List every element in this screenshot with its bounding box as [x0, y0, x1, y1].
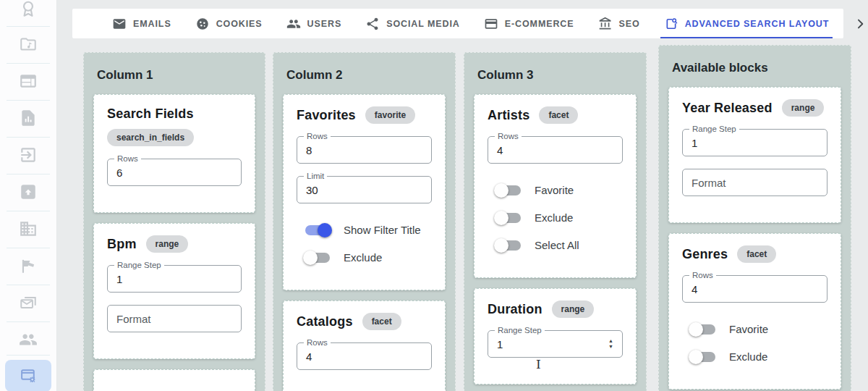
block-card-catalogs[interactable]: CatalogsfacetRows4: [283, 300, 446, 391]
block-card-artists[interactable]: ArtistsfacetRows4FavoriteExcludeSelect A…: [474, 94, 637, 278]
block-card-duration[interactable]: DurationrangeRange Step1▲▼: [474, 288, 637, 384]
switch-off[interactable]: [496, 185, 521, 196]
tab-label: SOCIAL MEDIA: [386, 19, 460, 29]
switch-off[interactable]: [496, 240, 521, 251]
sidebar-item-user-group[interactable]: [0, 329, 56, 350]
sidebar-item-upload[interactable]: [0, 182, 56, 202]
sidebar-item-award[interactable]: [0, 0, 56, 19]
input-format[interactable]: Format: [682, 169, 827, 196]
block-card-year-released[interactable]: Year ReleasedrangeRange Step1Format: [668, 87, 841, 223]
number-stepper[interactable]: ▲▼: [608, 338, 613, 350]
users-icon: [286, 17, 301, 31]
field-value: 6: [116, 167, 122, 179]
sidebar-item-enter[interactable]: [0, 145, 56, 165]
block-card-partial: [93, 369, 255, 391]
tab-label: USERS: [307, 19, 342, 29]
field-label: Rows: [304, 338, 331, 348]
field-label: Range Step: [495, 326, 545, 335]
input-rows[interactable]: Rows8: [297, 136, 432, 164]
tab-emails[interactable]: EMAILS: [112, 9, 171, 38]
panel-title: Column 1: [93, 53, 255, 94]
toggle-favorite[interactable]: Favorite: [496, 184, 623, 196]
input-format[interactable]: Format: [107, 305, 242, 332]
switch-off[interactable]: [691, 352, 715, 362]
toggle-show-filter-title[interactable]: Show Filter Title: [305, 224, 432, 236]
tab-cookies[interactable]: COOKIES: [195, 9, 263, 38]
panel-title: Column 3: [474, 53, 637, 94]
input-rows[interactable]: Rows4: [682, 275, 827, 303]
field-label: Range Step: [689, 125, 739, 134]
toggle-favorite[interactable]: Favorite: [691, 323, 827, 335]
input-limit[interactable]: Limit30: [297, 176, 432, 203]
sidebar-item-mail-stack[interactable]: [0, 293, 56, 313]
panel-available-blocks: Available blocksYear ReleasedrangeRange …: [658, 45, 851, 391]
toggle-exclude[interactable]: Exclude: [496, 211, 623, 224]
tab-e-commerce[interactable]: E-COMMERCE: [484, 9, 574, 38]
tab-social-media[interactable]: SOCIAL MEDIA: [365, 9, 460, 38]
block-title: Favorites: [297, 108, 356, 123]
input-rows[interactable]: Rows6: [107, 159, 242, 186]
sidebar-divider: [7, 26, 50, 27]
share-icon: [365, 17, 380, 31]
award-icon: [19, 0, 38, 18]
sidebar-divider: [7, 321, 50, 322]
input-range-step[interactable]: Range Step1: [107, 265, 242, 293]
input-range-step[interactable]: Range Step1▲▼: [488, 330, 623, 358]
browser-settings-icon: [19, 366, 38, 385]
tab-label: SEO: [619, 19, 640, 29]
toggle-exclude[interactable]: Exclude: [691, 350, 827, 363]
field-label: Rows: [114, 154, 141, 164]
input-rows[interactable]: Rows4: [297, 342, 432, 370]
sidebar-divider: [7, 211, 50, 211]
tab-label: COOKIES: [216, 19, 263, 29]
tab-label: ADVANCED SEARCH LAYOUT: [685, 19, 830, 29]
sidebar-item-web-layout[interactable]: [0, 71, 56, 91]
type-badge: facet: [362, 313, 401, 330]
switch-off[interactable]: [305, 253, 330, 263]
field-label: Rows: [304, 132, 331, 141]
tab-advanced-search-layout[interactable]: ADVANCED SEARCH LAYOUT: [664, 9, 830, 38]
block-card-bpm[interactable]: BpmrangeRange Step1Format: [93, 223, 255, 359]
block-card-genres[interactable]: GenresfacetRows4FavoriteExclude: [668, 233, 841, 390]
switch-thumb: [318, 223, 332, 237]
toggle-label: Favorite: [535, 184, 574, 196]
nav-scroll-right-button[interactable]: [853, 17, 867, 31]
sidebar-item-flag[interactable]: [0, 256, 56, 276]
sidebar-divider: [7, 63, 50, 64]
sidebar-item-building[interactable]: [0, 219, 56, 239]
panel-column-3: Column 3ArtistsfacetRows4FavoriteExclude…: [464, 52, 647, 391]
switch-thumb: [494, 238, 509, 253]
field-placeholder: Format: [116, 313, 151, 325]
toggle-exclude[interactable]: Exclude: [305, 251, 432, 264]
tab-users[interactable]: USERS: [286, 9, 342, 38]
toggle-select-all[interactable]: Select All: [496, 239, 623, 251]
bank-icon: [598, 17, 613, 31]
switch-off[interactable]: [691, 324, 715, 335]
sidebar-item-music-folder[interactable]: [0, 34, 56, 54]
chevron-right-icon: [853, 17, 867, 31]
toggle-label: Select All: [535, 239, 579, 251]
type-badge: facet: [737, 245, 776, 263]
switch-thumb: [689, 350, 703, 364]
sidebar-item-file-report[interactable]: [0, 108, 56, 128]
mail-stack-icon: [19, 293, 38, 312]
field-value: 8: [306, 144, 312, 156]
block-title: Bpm: [107, 237, 137, 252]
field-label: Range Step: [114, 261, 164, 270]
input-rows[interactable]: Rows4: [488, 136, 623, 164]
sidebar-item-browser-settings[interactable]: [5, 360, 51, 391]
toggle-group: Show Filter TitleExclude: [297, 224, 432, 264]
switch-off[interactable]: [496, 213, 521, 223]
switch-thumb: [494, 211, 509, 225]
type-badge: range: [146, 235, 189, 253]
top-tab-bar: EMAILSCOOKIESUSERSSOCIAL MEDIAE-COMMERCE…: [72, 9, 843, 38]
switch-on[interactable]: [305, 225, 330, 235]
switch-thumb: [303, 251, 318, 265]
field-value: 4: [497, 144, 503, 156]
input-range-step[interactable]: Range Step1: [682, 129, 827, 156]
tab-seo[interactable]: SEO: [598, 9, 640, 38]
panel-column-2: Column 2FavoritesfavoriteRows8Limit30Sho…: [273, 52, 456, 391]
field-value: 4: [692, 283, 697, 295]
block-card-search-fields[interactable]: Search Fieldssearch_in_fieldsRows6: [93, 94, 255, 213]
block-card-favorites[interactable]: FavoritesfavoriteRows8Limit30Show Filter…: [283, 94, 446, 290]
